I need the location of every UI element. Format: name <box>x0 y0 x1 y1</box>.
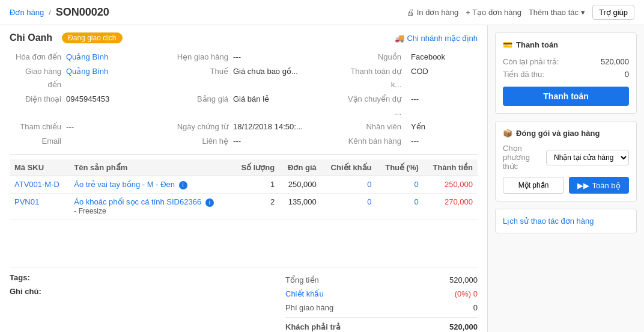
breadcrumb-order[interactable]: Đơn hàng <box>10 8 44 17</box>
label-hen-giao-hang: Hẹn giao hàng <box>165 51 231 64</box>
cell-sku[interactable]: ATV001-M-D <box>10 176 69 194</box>
cell-name: Áo khoác phối sọc cá tính SID62366 i - F… <box>69 194 232 220</box>
value-lien-he: --- <box>233 135 341 148</box>
label-lien-he: Liên hệ <box>165 135 231 148</box>
cell-tax: 0 <box>377 194 424 220</box>
toan-bo-button[interactable]: ▶▶ Toàn bộ <box>569 177 629 194</box>
value-nhan-vien: Yến <box>406 120 478 134</box>
table-row: ATV001-M-D Áo trẻ vai tay bồng - M - Đen… <box>10 176 478 194</box>
value-kenh-ban-hang: --- <box>406 135 478 148</box>
info-icon[interactable]: i <box>179 181 187 189</box>
value-tham-chieu: --- <box>66 120 162 134</box>
summary-phi-giao-hang: Phí giao hàng 0 <box>285 301 478 315</box>
summary-khach-phai-tra: Khách phải trả 520,000 <box>285 320 478 332</box>
customer-name: Chi Oanh <box>10 32 52 43</box>
summary-section: Tổng tiền 520,000 Chiết khấu (0%) 0 Phí … <box>285 273 478 332</box>
cell-name: Áo trẻ vai tay bồng - M - Đen i <box>69 176 232 194</box>
cell-total: 270,000 <box>424 194 478 220</box>
cell-tax: 0 <box>377 176 424 194</box>
value-bang-gia: Giá bán lẻ <box>233 93 341 119</box>
cell-discount: 0 <box>321 176 377 194</box>
col-discount: Chiết khấu <box>321 159 377 176</box>
info-icon[interactable]: i <box>205 198 214 207</box>
col-total: Thành tiền <box>424 159 478 176</box>
summary-chiet-khau: Chiết khấu (0%) 0 <box>285 287 478 301</box>
phuong-thuc-label: Chọn phương thức <box>503 144 546 171</box>
print-button[interactable]: 🖨 In đơn hàng <box>407 8 458 17</box>
delivery-title: 📦 Đóng gói và giao hàng <box>503 129 629 138</box>
mot-phan-button[interactable]: Một phần <box>503 177 564 194</box>
customer-status-badge: Đang giao dịch <box>62 32 122 43</box>
delivery-icon: 📦 <box>503 129 512 138</box>
value-dien-thoai: 0945945453 <box>66 93 162 119</box>
branch-link[interactable]: 🚚 Chi nhánh mặc định <box>395 34 478 43</box>
order-id: SON00020 <box>56 6 109 19</box>
con-lai-row: Còn lại phải trả: 520,000 <box>503 55 629 68</box>
value-hen-giao-hang: --- <box>233 51 341 64</box>
lich-su-link[interactable]: Lịch sử thao tác đơn hàng <box>503 217 594 226</box>
cell-qty: 2 <box>232 194 279 220</box>
breadcrumb: Đơn hàng / SON00020 <box>10 6 109 19</box>
summary-tong-tien: Tổng tiền 520,000 <box>285 273 478 287</box>
cell-discount: 0 <box>321 194 377 220</box>
print-icon: 🖨 <box>407 8 415 17</box>
value-hoa-don-den[interactable]: Quảng Bình <box>66 51 162 64</box>
label-van-chuyen: Vận chuyển dự ... <box>344 93 404 119</box>
col-qty: Số lượng <box>232 159 279 176</box>
value-van-chuyen: --- <box>406 93 478 119</box>
payment-title: 💳 Thanh toán <box>503 40 629 49</box>
label-giao-hang-den: Giao hàng đến <box>10 65 64 91</box>
label-kenh-ban-hang: Kênh bán hàng <box>344 135 404 148</box>
chevron-down-icon: ▾ <box>581 8 585 17</box>
col-tax: Thuế (%) <box>377 159 424 176</box>
ghi-chu-label: Ghi chú: <box>10 287 41 296</box>
value-thanh-toan-du: COD <box>406 65 478 91</box>
create-order-button[interactable]: + Tạo đơn hàng <box>466 8 521 17</box>
cell-total: 250,000 <box>424 176 478 194</box>
value-ngay-chung-tu: 18/12/2018 14:50:... <box>233 120 341 134</box>
help-button[interactable]: Trợ giúp <box>592 5 634 20</box>
tien-da-thu-row: Tiền đã thu: 0 <box>503 68 629 81</box>
cell-price: 250,000 <box>279 176 321 194</box>
label-nguon: Nguồn <box>344 51 404 64</box>
label-email: Email <box>10 135 64 148</box>
tags-label: Tags: <box>10 273 30 282</box>
actions-button[interactable]: Thêm thao tác ▾ <box>529 8 585 17</box>
thanhtoan-button[interactable]: Thanh toán <box>503 87 629 106</box>
label-hoa-don-den: Hóa đơn đến <box>10 51 64 64</box>
label-tham-chieu: Tham chiếu <box>10 120 64 134</box>
label-bang-gia: Bảng giá <box>165 93 231 119</box>
value-thue: Giá chưa bao gồ... <box>233 65 341 91</box>
cell-sku[interactable]: PVN01 <box>10 194 69 220</box>
value-email <box>66 135 162 148</box>
table-row: PVN01 Áo khoác phối sọc cá tính SID62366… <box>10 194 478 220</box>
payment-box: 💳 Thanh toán Còn lại phải trả: 520,000 T… <box>495 32 637 114</box>
product-table: Mã SKU Tên sản phẩm Số lượng Đơn giá Chi… <box>10 159 478 220</box>
history-box: Lịch sử thao tác đơn hàng <box>495 209 637 233</box>
value-giao-hang-den[interactable]: Quảng Bình <box>66 65 162 91</box>
cell-qty: 1 <box>232 176 279 194</box>
tags-notes-area: Tags: Ghi chú: <box>10 273 41 296</box>
col-sku: Mã SKU <box>10 159 69 176</box>
label-dien-thoai: Điện thoại <box>10 93 64 119</box>
cell-price: 135,000 <box>279 194 321 220</box>
payment-icon: 💳 <box>503 40 512 49</box>
label-thue: Thuế <box>165 65 231 91</box>
breadcrumb-sep: / <box>49 8 51 17</box>
forward-icon: ▶▶ <box>577 181 589 190</box>
truck-icon: 🚚 <box>395 34 404 43</box>
col-price: Đơn giá <box>279 159 321 176</box>
phuong-thuc-select[interactable]: Nhận tại cửa hàng <box>546 150 629 165</box>
col-name: Tên sản phẩm <box>69 159 232 176</box>
label-nhan-vien: Nhân viên <box>344 120 404 134</box>
label-ngay-chung-tu: Ngày chứng từ <box>165 120 231 134</box>
label-thanh-toan-du: Thanh toán dự k... <box>344 65 404 91</box>
delivery-box: 📦 Đóng gói và giao hàng Chọn phương thức… <box>495 121 637 201</box>
value-nguon: Facebook <box>406 51 478 64</box>
